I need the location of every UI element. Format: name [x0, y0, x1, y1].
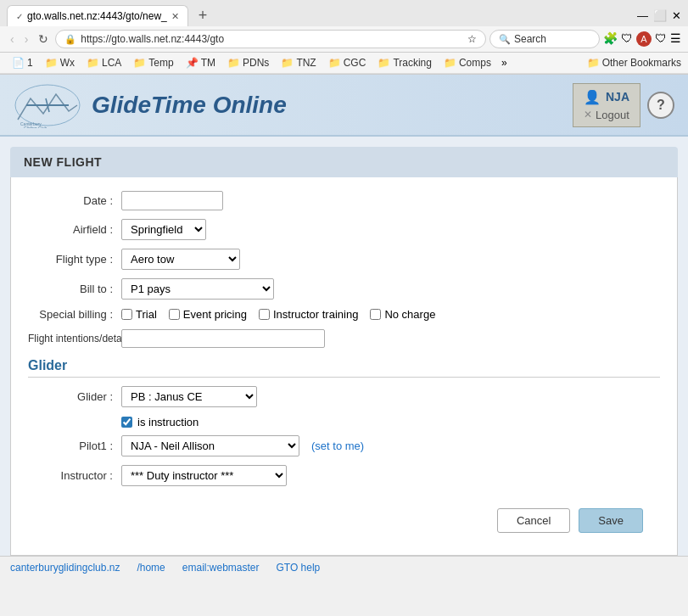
date-input[interactable]: 24/06/2023: [121, 191, 223, 210]
bookmark-1-label: 1: [27, 57, 33, 69]
button-row: Cancel Save: [28, 495, 660, 541]
tab-close-btn[interactable]: ✕: [171, 11, 179, 22]
is-instruction-label[interactable]: is instruction: [137, 416, 199, 428]
intentions-input[interactable]: [121, 329, 325, 348]
shield-icon[interactable]: 🛡: [621, 31, 633, 47]
bookmark-tm-label: TM: [201, 57, 215, 69]
event-pricing-checkbox-label[interactable]: Event pricing: [169, 308, 247, 321]
pilot1-row: Pilot1 : NJA - Neil Allison (set to me): [28, 435, 660, 456]
form-area: Date : 24/06/2023 Airfield : Springfield…: [10, 177, 678, 556]
bookmark-wx-icon: 📁: [45, 57, 58, 69]
nav-icons: 🧩 🛡 A 🛡 ☰: [603, 31, 681, 47]
bookmark-comps-icon: 📁: [444, 57, 456, 69]
email-link[interactable]: email:webmaster: [182, 562, 260, 574]
trial-checkbox[interactable]: [121, 309, 132, 320]
date-label: Date :: [28, 194, 121, 207]
trial-label: Trial: [136, 308, 157, 321]
profile-icon[interactable]: A: [636, 31, 652, 47]
gto-help-link[interactable]: GTO help: [276, 562, 320, 574]
footer: canterburyglidingclub.nz /home email:web…: [0, 556, 688, 579]
bookmark-1-icon: 📄: [12, 57, 25, 69]
home-link[interactable]: /home: [137, 562, 165, 574]
instructor-label: Instructor :: [28, 469, 121, 482]
other-bookmarks-btn[interactable]: 📁 Other Bookmarks: [587, 57, 681, 69]
cancel-button[interactable]: Cancel: [497, 508, 570, 533]
bookmark-lca[interactable]: 📁 LCA: [81, 55, 126, 70]
bookmark-lca-icon: 📁: [87, 57, 99, 69]
new-tab-btn[interactable]: +: [192, 5, 215, 26]
flighttype-label: Flight type :: [28, 253, 121, 266]
instructor-training-checkbox[interactable]: [259, 309, 270, 320]
club-website-link[interactable]: canterburyglidingclub.nz: [10, 562, 120, 574]
address-text: https://gto.walls.net.nz:4443/gto: [81, 33, 463, 45]
airfield-select[interactable]: Springfield Omarama: [121, 219, 206, 240]
search-text: Search: [514, 33, 546, 45]
app-header: Canterbury Gliding Club GlideTime Online…: [0, 75, 688, 137]
reload-btn[interactable]: ↻: [35, 31, 52, 48]
instructor-training-checkbox-label[interactable]: Instructor training: [259, 308, 358, 321]
glider-section-title: Glider: [28, 358, 660, 378]
more-bookmarks-btn[interactable]: »: [498, 55, 511, 70]
billto-select[interactable]: P1 pays P2 pays Club pays: [121, 278, 274, 300]
user-name: NJA: [606, 90, 629, 104]
window-restore-btn[interactable]: ⬜: [653, 9, 667, 22]
window-minimize-btn[interactable]: —: [637, 9, 648, 22]
folder-icon: 📁: [587, 57, 600, 69]
instructor-field-container: *** Duty instructor ***: [121, 465, 660, 486]
bookmark-tm[interactable]: 📌 TM: [181, 55, 221, 70]
event-pricing-checkbox[interactable]: [169, 309, 180, 320]
user-icon: 👤: [584, 89, 601, 105]
active-tab[interactable]: ✓ gto.walls.net.nz:4443/gto/new_ ✕: [7, 5, 188, 26]
bookmark-tnz-label: TNZ: [296, 57, 316, 69]
airfield-row: Airfield : Springfield Omarama: [28, 219, 660, 240]
event-pricing-label: Event pricing: [183, 308, 247, 321]
vpn-icon[interactable]: 🛡: [655, 31, 667, 47]
extensions-icon[interactable]: 🧩: [603, 31, 618, 47]
bookmark-temp[interactable]: 📁 Temp: [128, 55, 178, 70]
bookmark-cgc-label: CGC: [344, 57, 366, 69]
menu-icon[interactable]: ☰: [670, 31, 681, 47]
window-close-btn[interactable]: ✕: [672, 9, 681, 22]
trial-checkbox-label[interactable]: Trial: [121, 308, 157, 321]
is-instruction-checkbox[interactable]: [121, 417, 132, 428]
bookmark-tnz[interactable]: 📁 TNZ: [276, 55, 321, 70]
bookmark-comps[interactable]: 📁 Comps: [439, 55, 496, 70]
bookmark-tracking[interactable]: 📁 Tracking: [372, 55, 437, 70]
back-btn[interactable]: ‹: [7, 31, 18, 48]
nocharge-checkbox[interactable]: [370, 309, 381, 320]
pilot1-select[interactable]: NJA - Neil Allison: [121, 435, 299, 456]
instructor-select[interactable]: *** Duty instructor ***: [121, 465, 287, 486]
bookmark-wx[interactable]: 📁 Wx: [40, 55, 80, 70]
pilot1-field-container: NJA - Neil Allison (set to me): [121, 435, 660, 456]
help-btn[interactable]: ?: [647, 92, 674, 119]
instructor-row: Instructor : *** Duty instructor ***: [28, 465, 660, 486]
is-instruction-row: is instruction: [121, 416, 660, 428]
airfield-label: Airfield :: [28, 223, 121, 236]
logo-area: Canterbury Gliding Club GlideTime Online: [14, 81, 287, 128]
flighttype-select[interactable]: Aero tow Winch: [121, 249, 240, 270]
flighttype-field-container: Aero tow Winch: [121, 249, 660, 270]
flighttype-row: Flight type : Aero tow Winch: [28, 249, 660, 270]
address-bar[interactable]: 🔒 https://gto.walls.net.nz:4443/gto ☆: [55, 30, 486, 48]
tab-title: gto.walls.net.nz:4443/gto/new_: [27, 10, 167, 22]
save-button[interactable]: Save: [579, 508, 643, 533]
intentions-row: Flight intentions/details :: [28, 329, 660, 348]
nocharge-checkbox-label[interactable]: No charge: [370, 308, 435, 321]
bookmark-cgc[interactable]: 📁 CGC: [323, 55, 372, 70]
bookmark-1[interactable]: 📄 1: [7, 55, 38, 70]
section-title: NEW FLIGHT: [24, 155, 102, 169]
set-to-me-link[interactable]: (set to me): [311, 440, 364, 452]
logout-btn[interactable]: ✕ Logout: [584, 109, 629, 121]
search-box[interactable]: 🔍 Search: [489, 30, 600, 48]
star-icon[interactable]: ☆: [467, 33, 477, 45]
user-row: 👤 NJA: [584, 89, 629, 105]
intentions-label: Flight intentions/details :: [28, 333, 121, 344]
header-right: 👤 NJA ✕ Logout ?: [573, 83, 674, 127]
forward-btn[interactable]: ›: [21, 31, 32, 48]
bookmark-pdns[interactable]: 📁 PDNs: [222, 55, 274, 70]
other-bookmarks-label: Other Bookmarks: [602, 57, 681, 69]
glider-select[interactable]: PB : Janus CE ZK-GAB: [121, 386, 257, 407]
nocharge-label: No charge: [384, 308, 435, 321]
logout-label: Logout: [596, 109, 629, 121]
billing-options: Trial Event pricing Instructor training …: [121, 308, 435, 321]
